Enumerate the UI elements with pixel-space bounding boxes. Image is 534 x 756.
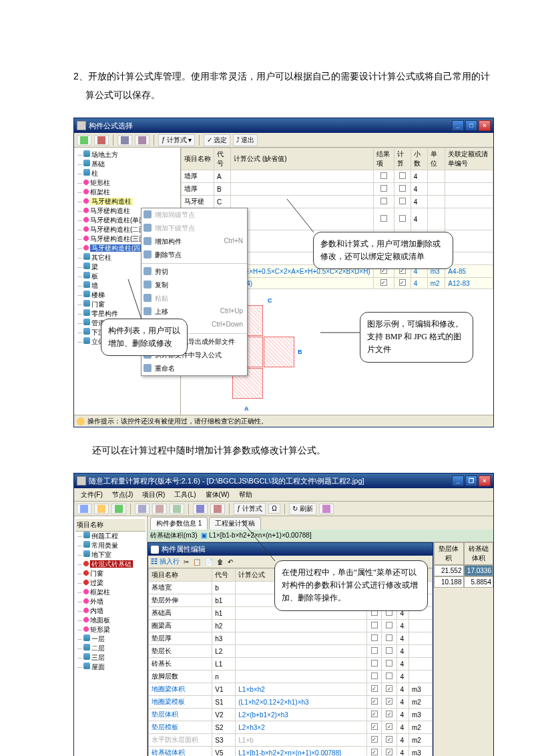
toolbar-btn[interactable] xyxy=(77,504,91,514)
tab-params[interactable]: 构件参数信息 1 xyxy=(150,517,208,530)
grid-row[interactable]: 马牙槎C4 xyxy=(182,196,493,208)
restore-button[interactable]: ❐ xyxy=(465,476,477,486)
toolbar-btn[interactable] xyxy=(117,135,132,146)
menu-item[interactable]: 帮助 xyxy=(235,489,256,501)
toolbar-refresh-button[interactable]: ↻ 刷新 xyxy=(289,503,316,515)
tabbar[interactable]: 构件参数信息 1 工程量计算稿 xyxy=(148,516,493,530)
toolbar: ƒ 计算式 Ω ↻ 刷新 xyxy=(74,502,493,516)
titlebar: 构件公式选择 _ □ × xyxy=(74,118,493,133)
tree-item[interactable]: 框架柱 xyxy=(83,588,146,597)
tree-item[interactable]: 外墙 xyxy=(83,597,146,606)
tree-item[interactable]: 矩形柱 xyxy=(83,178,179,188)
dim-B: B xyxy=(298,349,302,355)
toolbar-btn[interactable] xyxy=(152,504,167,514)
callout-params: 参数和计算式，用户可增加删除或修改，还可以绑定定额或清单 xyxy=(313,232,453,269)
menubar[interactable]: 文件(F)节点(J)项目(R)工具(L)窗体(W)帮助 xyxy=(74,488,493,502)
context-menu-item[interactable]: 增加构件Ctrl+N xyxy=(142,235,247,248)
property-row[interactable]: 地圈梁模板S1(L1×h2×0.12+2×h1)×h34m2 xyxy=(149,696,433,709)
tree-item[interactable]: 一层 xyxy=(83,634,146,644)
project-tree[interactable]: 项目名称 例题工程常用类量地下室砖混式砖基础门窗过梁框架柱外墙内墙地面板矩形梁一… xyxy=(74,516,148,756)
property-row[interactable]: 地圈梁体积V1L1×b×h24m3 xyxy=(149,683,433,696)
tree-item[interactable]: 基础 xyxy=(83,160,179,169)
tree-item[interactable]: 地下室 xyxy=(83,550,146,560)
callout-property: 在使用过程中，单击"属性"菜单还可以对构件的参数和计算公式进行修改或增加、删除等… xyxy=(274,560,428,611)
menu-item[interactable]: 文件(F) xyxy=(77,489,107,501)
window-formula-selector: 构件公式选择 _ □ × ƒ 计算式 ▾ ✓ 选定 ⤴ 退出 场地土方基础柱矩形… xyxy=(73,118,494,427)
context-menu-item[interactable]: 剪切 xyxy=(142,265,247,278)
toolbar-btn[interactable] xyxy=(170,504,184,514)
tree-item[interactable]: 马牙槎构造柱 xyxy=(83,197,179,206)
grid-row[interactable]: 墙厚B4 xyxy=(182,183,493,196)
toolbar-btn[interactable] xyxy=(193,504,208,514)
menu-item[interactable]: 窗体(W) xyxy=(202,489,234,501)
menu-item[interactable]: 工具(L) xyxy=(170,489,200,501)
menu-item[interactable]: 项目(R) xyxy=(138,489,169,501)
tree-item[interactable]: 例题工程 xyxy=(83,532,146,541)
toolbar-btn[interactable] xyxy=(210,504,225,514)
paragraph-1: 2、开放的计算公式库管理。使用非常灵活，用户可以根据自己的需要设计计算公式或将自… xyxy=(73,67,494,104)
minimize-button[interactable]: _ xyxy=(452,476,464,486)
close-button[interactable]: × xyxy=(479,120,491,131)
property-row[interactable]: 垫层模板S2L2×h3×24m2 xyxy=(149,721,433,734)
grid-row[interactable]: 墙厚A4 xyxy=(182,170,493,183)
property-row[interactable]: 圈梁高h24 xyxy=(149,620,433,632)
status-bar: 操作提示：该控件还没有被使用过，请仔细检查它的正确性。 xyxy=(74,415,493,427)
toolbar-btn[interactable] xyxy=(77,135,91,146)
tree-item[interactable]: 砖混式砖基础 xyxy=(83,560,146,569)
tree-item[interactable]: 常用类量 xyxy=(83,541,146,550)
toolbar-btn[interactable] xyxy=(319,504,334,514)
component-tree[interactable]: 场地土方基础柱矩形柱框架柱马牙槎构造柱马牙槎构造柱马牙槎构造柱(单面)马牙槎构造… xyxy=(74,148,181,415)
property-row[interactable]: 水平防水层面积S3L1×b4m2 xyxy=(149,734,433,747)
context-menu-item[interactable]: 复制 xyxy=(142,278,247,292)
tree-item[interactable]: 内墙 xyxy=(83,606,146,616)
tree-item[interactable]: 场地土方 xyxy=(83,150,179,160)
tree-item[interactable]: 过梁 xyxy=(83,578,146,588)
tree-item[interactable]: 门窗 xyxy=(83,569,146,578)
context-menu-item: 增加下级节点 xyxy=(142,222,247,235)
toolbar: ƒ 计算式 ▾ ✓ 选定 ⤴ 退出 xyxy=(74,133,493,148)
minimize-button[interactable]: _ xyxy=(452,120,464,131)
property-row[interactable]: 垫层长L24 xyxy=(149,645,433,658)
tree-item[interactable]: 矩形梁 xyxy=(83,625,146,634)
maximize-button[interactable]: □ xyxy=(465,120,477,131)
property-row[interactable]: 垫层厚h34 xyxy=(149,632,433,645)
tree-item[interactable]: 框架柱 xyxy=(83,188,179,197)
property-row[interactable]: 放脚层数n4 xyxy=(149,671,433,683)
window-title: 随意工程量计算程序(版本号:2.1.6) - [D:\BGCLJS\BGCL\我… xyxy=(89,476,449,486)
property-row[interactable]: 砖基长L14 xyxy=(149,658,433,671)
close-button[interactable]: × xyxy=(479,476,491,486)
toolbar-btn[interactable] xyxy=(94,135,109,146)
tab-calc-sheet[interactable]: 工程量计算稿 xyxy=(209,517,261,530)
toolbar-calc-button[interactable]: ƒ 计算式 xyxy=(234,503,266,515)
toolbar-btn[interactable] xyxy=(111,504,126,514)
window-title: 构件公式选择 xyxy=(89,121,449,131)
tree-item[interactable]: 地面板 xyxy=(83,616,146,625)
toolbar-btn[interactable] xyxy=(94,504,109,514)
tree-item[interactable]: 柱 xyxy=(83,169,179,178)
app-icon xyxy=(77,476,86,486)
menu-item[interactable]: 节点(J) xyxy=(108,489,138,501)
tree-item[interactable]: 屋面 xyxy=(83,663,146,672)
callout-tree: 构件列表，用户可以增加、删除或修改 xyxy=(101,319,188,356)
property-row[interactable]: 砖基础体积V5L1×[b1-b×h2+2×n×(n+1)×0.00788]4m3 xyxy=(149,747,433,757)
lightbulb-icon xyxy=(77,417,85,425)
book-icon xyxy=(151,546,159,554)
toolbar-btn[interactable] xyxy=(135,135,150,146)
totals-side-panel: 垫层体积 砖基础体积 21.552 17.0336 10.188 5.8854 xyxy=(433,542,493,756)
toolbar-btn[interactable] xyxy=(135,504,150,514)
tree-item[interactable]: 三层 xyxy=(83,653,146,663)
context-menu-item[interactable]: 重命名 xyxy=(142,362,247,375)
titlebar: 随意工程量计算程序(版本号:2.1.6) - [D:\BGCLJS\BGCL\我… xyxy=(74,474,493,488)
toolbar-calc-button[interactable]: ƒ 计算式 ▾ xyxy=(158,134,195,146)
formula-bar[interactable]: 砖基础体积(m3) ▣ L1×[b1-b×h2+2×n×(n+1)×0.0078… xyxy=(148,530,493,542)
window-main-app: 随意工程量计算程序(版本号:2.1.6) - [D:\BGCLJS\BGCL\我… xyxy=(73,473,494,756)
toolbar-exit-button[interactable]: ⤴ 退出 xyxy=(233,134,258,146)
app-icon xyxy=(77,121,86,130)
context-menu-item[interactable]: 删除节点 xyxy=(142,248,247,262)
dim-C: C xyxy=(268,297,272,304)
context-menu-item: 增加同级节点 xyxy=(142,208,247,222)
toolbar-select-button[interactable]: ✓ 选定 xyxy=(204,134,230,146)
tree-item[interactable]: 二层 xyxy=(83,644,146,653)
toolbar-omega-button[interactable]: Ω xyxy=(268,504,280,514)
property-row[interactable]: 垫层体积V2L2×(b+b1×2)×h34m3 xyxy=(149,709,433,721)
